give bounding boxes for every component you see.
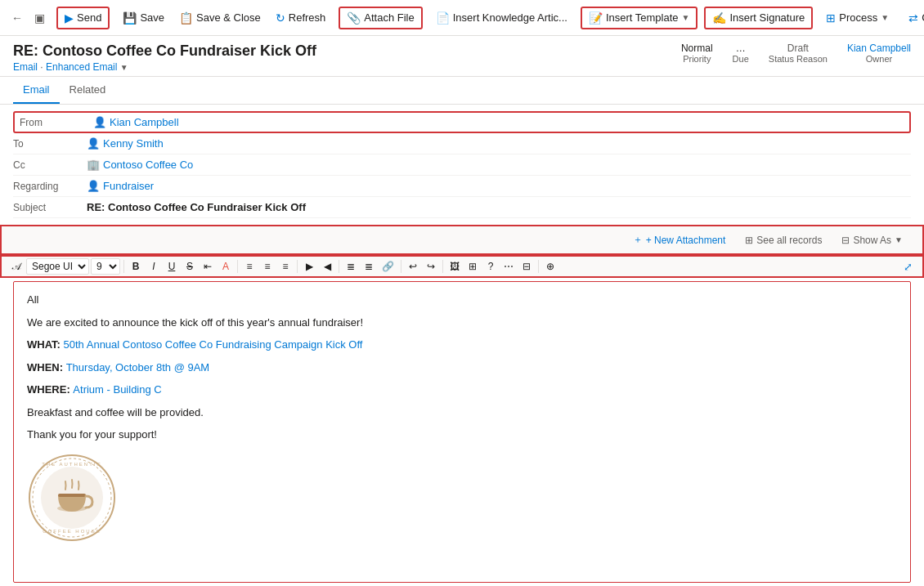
font-style-button[interactable]: 𝒜	[8, 259, 25, 274]
page-meta: Normal Priority … Due Draft Status Reaso…	[681, 42, 911, 64]
save-close-button[interactable]: 📋 Save & Close	[173, 8, 267, 28]
to-value[interactable]: Kenny Smith	[103, 137, 164, 150]
image-button[interactable]: 🖼	[446, 259, 463, 274]
cc-org-icon: 🏢	[87, 159, 100, 171]
format-button[interactable]: ⊕	[542, 259, 558, 274]
see-all-label: See all records	[756, 235, 822, 246]
convert-to-button[interactable]: ⇄ Convert To ▼	[902, 8, 924, 28]
from-value[interactable]: Kian Campbell	[110, 116, 179, 128]
undo-button[interactable]: ↩	[405, 259, 421, 274]
show-icon: ⊟	[841, 235, 850, 246]
regarding-icon: 👤	[87, 180, 100, 192]
meta-priority: Normal Priority	[681, 42, 713, 64]
tab-email[interactable]: Email	[13, 77, 60, 104]
email-body[interactable]: All We are excited to announce the kick …	[13, 281, 911, 583]
priority-value: Normal	[681, 42, 713, 54]
rt-divider-5	[401, 260, 401, 273]
numbered-list-button[interactable]: ≣	[361, 259, 377, 274]
cc-value-container: 🏢 Contoso Coffee Co	[87, 159, 911, 171]
email-intro: We are excited to announce the kick off …	[27, 315, 897, 331]
email-thanks: Thank you for your support!	[27, 427, 897, 443]
subtitle-enhanced[interactable]: Enhanced Email	[46, 61, 117, 73]
italic-button[interactable]: I	[146, 259, 162, 274]
insert-knowledge-button[interactable]: 📄 Insert Knowledge Artic...	[429, 8, 574, 28]
form-area: From 👤 Kian Campbell To 👤 Kenny Smith Cc…	[0, 105, 924, 225]
regarding-label: Regarding	[13, 181, 87, 192]
svg-text:THE AUTHENTIC: THE AUTHENTIC	[42, 462, 102, 467]
show-as-button[interactable]: ⊟ Show As ▼	[835, 231, 909, 249]
process-dropdown-arrow: ▼	[881, 13, 889, 22]
to-value-container: 👤 Kenny Smith	[87, 137, 911, 150]
rt-divider-1	[123, 260, 124, 273]
fullscreen-button[interactable]: ⤢	[899, 259, 916, 275]
align-right-button[interactable]: ≡	[277, 259, 294, 274]
more-rt-button[interactable]: ⋯	[500, 259, 517, 274]
font-size-select[interactable]: 9	[91, 258, 120, 275]
send-button[interactable]: ▶ Send	[56, 7, 110, 29]
insert-knowledge-label: Insert Knowledge Artic...	[453, 11, 567, 24]
process-icon: ⊞	[826, 11, 836, 25]
font-family-select[interactable]: Segoe UI	[26, 258, 89, 275]
align-center-button[interactable]: ≡	[259, 259, 276, 274]
see-all-button[interactable]: ⊞ See all records	[738, 231, 828, 249]
subject-value-container: RE: Contoso Coffee Co Fundraiser Kick Of…	[87, 201, 911, 213]
header-left: RE: Contoso Coffee Co Fundraiser Kick Of…	[13, 42, 316, 73]
strikethrough-button[interactable]: S	[182, 259, 198, 274]
regarding-value[interactable]: Fundraiser	[103, 180, 154, 192]
attach-file-label: Attach File	[364, 11, 414, 24]
signature-icon: ✍	[712, 11, 726, 25]
font-color-button[interactable]: A	[218, 259, 234, 274]
page-subtitle: Email · Enhanced Email ▼	[13, 61, 316, 73]
owner-label: Owner	[866, 54, 892, 64]
from-row: From 👤 Kian Campbell	[13, 111, 911, 133]
highlight-button[interactable]: ▶	[301, 259, 317, 274]
insert-template-button[interactable]: 📝 Insert Template ▼	[581, 7, 698, 29]
new-attachment-button[interactable]: ＋ + New Attachment	[626, 230, 733, 250]
send-label: Send	[77, 11, 101, 24]
table-button[interactable]: ⊟	[518, 259, 535, 274]
insert-signature-label: Insert Signature	[729, 11, 805, 24]
tab-bar: Email Related	[0, 77, 924, 105]
cc-value[interactable]: Contoso Coffee Co	[103, 159, 193, 171]
owner-value[interactable]: Kian Campbell	[847, 42, 911, 54]
refresh-label: Refresh	[289, 11, 326, 24]
insert-signature-button[interactable]: ✍ Insert Signature	[704, 7, 813, 29]
email-where: WHERE: Atrium - Building C	[27, 382, 897, 398]
bullet-list-button[interactable]: ≣	[343, 259, 359, 274]
when-label: WHEN:	[27, 361, 66, 374]
priority-label: Priority	[683, 54, 711, 64]
regarding-value-container: 👤 Fundraiser	[87, 180, 911, 192]
outdent-button[interactable]: ◀	[319, 259, 335, 274]
refresh-button[interactable]: ↻ Refresh	[269, 8, 333, 28]
back-button[interactable]: ←	[7, 8, 28, 28]
subtitle-email[interactable]: Email	[13, 61, 38, 73]
new-attachment-label: + New Attachment	[646, 235, 726, 246]
page-icon-button[interactable]: ▣	[29, 8, 50, 28]
save-icon: 💾	[123, 11, 137, 25]
process-button[interactable]: ⊞ Process ▼	[819, 8, 895, 28]
save-label: Save	[140, 11, 164, 24]
link-button[interactable]: 🔗	[379, 259, 397, 274]
expand-button[interactable]: ⊞	[464, 259, 481, 274]
subject-label: Subject	[13, 202, 87, 213]
show-dropdown-arrow: ▼	[895, 235, 903, 244]
help-button[interactable]: ?	[482, 259, 499, 274]
bold-button[interactable]: B	[128, 259, 144, 274]
underline-button[interactable]: U	[164, 259, 180, 274]
svg-text:COFFEE HOUSE: COFFEE HOUSE	[43, 529, 101, 534]
align-left-button[interactable]: ≡	[241, 259, 258, 274]
attach-file-button[interactable]: 📎 Attach File	[339, 7, 422, 29]
what-label: WHAT:	[27, 338, 64, 351]
decrease-indent-button[interactable]: ⇤	[200, 259, 216, 274]
where-label: WHERE:	[27, 383, 73, 396]
save-button[interactable]: 💾 Save	[116, 8, 171, 28]
attachment-bar: ＋ + New Attachment ⊞ See all records ⊟ S…	[0, 225, 924, 255]
rt-divider-4	[339, 260, 339, 273]
page-title: RE: Contoso Coffee Co Fundraiser Kick Of…	[13, 42, 316, 60]
attach-icon: 📎	[347, 11, 361, 25]
tab-related[interactable]: Related	[60, 77, 116, 104]
page-header: RE: Contoso Coffee Co Fundraiser Kick Of…	[0, 36, 924, 77]
main-content: RE: Contoso Coffee Co Fundraiser Kick Of…	[0, 36, 924, 586]
redo-button[interactable]: ↪	[423, 259, 439, 274]
save-close-label: Save & Close	[196, 11, 261, 24]
